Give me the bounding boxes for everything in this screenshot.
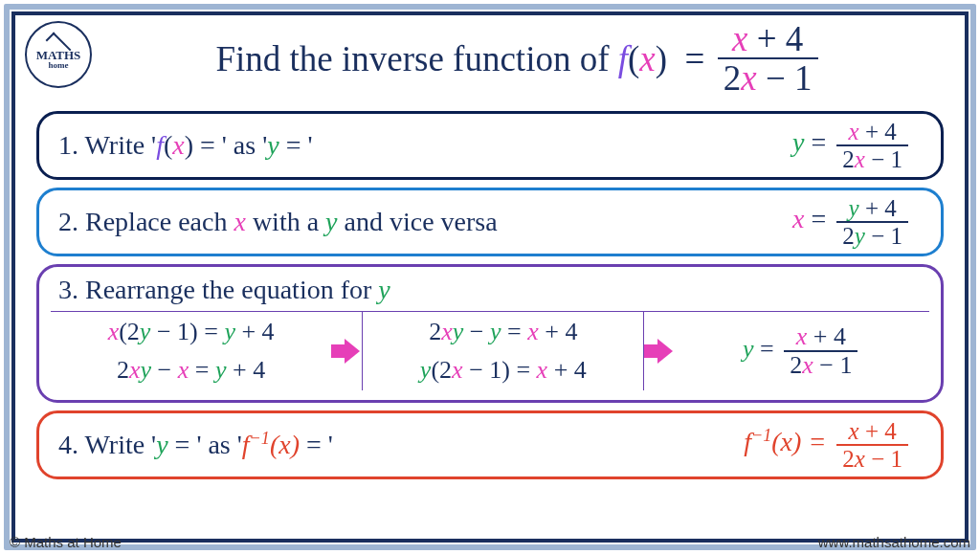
arrow-icon: [644, 340, 675, 363]
step-3-col-1: x(2y − 1) = y + 4 2xy − x = y + 4: [51, 312, 331, 390]
title-f: f: [618, 38, 628, 79]
step-3-body: x(2y − 1) = y + 4 2xy − x = y + 4 2xy − …: [51, 311, 929, 390]
step-2-label: 2. Replace each x with a y and vice vers…: [58, 207, 792, 237]
arrow-icon: [331, 340, 362, 363]
step-4-label: 4. Write 'y = ' as 'f−1(x) = ': [58, 429, 744, 460]
logo: MATHS home: [25, 21, 92, 88]
title-arg-x: x: [639, 38, 655, 79]
step-4-box: 4. Write 'y = ' as 'f−1(x) = ' f−1(x) = …: [36, 410, 944, 479]
step-1-label: 1. Write 'f(x) = ' as 'y = ': [58, 130, 792, 161]
step-3-col-2: 2xy − y = x + 4 y(2x − 1) = x + 4: [363, 312, 643, 390]
inner-frame: MATHS home Find the inverse function of …: [11, 11, 969, 543]
step-1-equation: y = x + 4 2x − 1: [792, 120, 922, 171]
step-2-equation: x = y + 4 2y − 1: [792, 196, 922, 248]
step-3-box: 3. Rearrange the equation for y x(2y − 1…: [36, 264, 944, 403]
step-1-box: 1. Write 'f(x) = ' as 'y = ' y = x + 4 2…: [36, 111, 944, 180]
logo-line2: home: [49, 61, 69, 70]
step-3-col-3: y = x + 4 2x − 1: [675, 319, 929, 384]
step-2-box: 2. Replace each x with a y and vice vers…: [36, 188, 944, 256]
outer-frame: MATHS home Find the inverse function of …: [4, 4, 976, 550]
title-text: Find the inverse function of: [215, 38, 609, 79]
page-title: Find the inverse function of f (x) = x +…: [33, 21, 947, 103]
footer-copyright: © Maths at Home: [10, 534, 122, 550]
footer-url: www.mathsathome.com: [818, 534, 970, 550]
step-3-label: 3. Rearrange the equation for y: [51, 273, 929, 311]
step-4-equation: f−1(x) = x + 4 2x − 1: [744, 419, 922, 471]
title-fraction: x + 4 2x − 1: [718, 21, 818, 96]
